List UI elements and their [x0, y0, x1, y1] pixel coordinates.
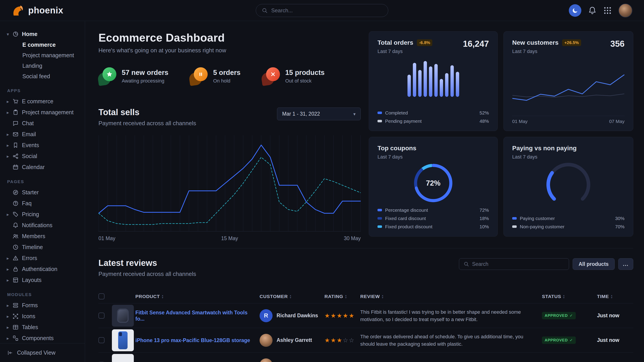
- sidebar-item-project-management[interactable]: ▸Project management: [7, 107, 81, 118]
- sidebar-item-members[interactable]: Members: [7, 231, 81, 242]
- customer-cell[interactable]: Ashley Garrett: [260, 334, 324, 347]
- sidebar-item-notifications[interactable]: Notifications: [7, 220, 81, 231]
- sidebar-item-forms[interactable]: ▸Forms: [7, 300, 81, 311]
- legend-row: Fixed product discount10%: [378, 224, 489, 230]
- total-sells-x-axis: 01 May 15 May 30 May: [98, 235, 361, 242]
- stat-title: 5 orders: [213, 69, 240, 77]
- total-sells-subtitle: Payment received across all channels: [98, 120, 196, 127]
- product-thumbnail[interactable]: [112, 305, 134, 327]
- form-icon: [12, 302, 22, 308]
- review-text: This Fitbit is fantastic! I was trying t…: [360, 308, 542, 323]
- user-avatar[interactable]: [618, 3, 632, 17]
- sidebar-item-errors[interactable]: ▸Errors: [7, 253, 81, 264]
- caret-right-icon: ▸: [7, 314, 12, 319]
- product-link[interactable]: Fitbit Sense Advanced Smartwatch with To…: [136, 310, 248, 322]
- sidebar-item-e-commerce[interactable]: E commerce: [7, 39, 81, 50]
- more-actions-button[interactable]: ...: [618, 258, 633, 270]
- notifications-button[interactable]: [588, 6, 596, 15]
- date-range-select[interactable]: Mar 1 - 31, 2022 ▾: [277, 107, 361, 120]
- customer-cell[interactable]: RRichard Dawkins: [260, 309, 324, 322]
- sidebar-item-timeline[interactable]: Timeline: [7, 242, 81, 253]
- legend-row: Paying customer30%: [512, 215, 624, 221]
- card-period: Last 7 days: [378, 48, 432, 54]
- sidebar-item-email[interactable]: ▸Email: [7, 129, 81, 140]
- reviews-toolbar: All products ...: [459, 258, 633, 270]
- check-icon: ✓: [570, 338, 573, 343]
- sidebar-item-authentication[interactable]: ▸Authentication: [7, 264, 81, 275]
- sidebar-item-pricing[interactable]: ▸Pricing: [7, 209, 81, 220]
- legend-swatch: [378, 217, 382, 220]
- caret-right-icon: ▸: [7, 132, 12, 137]
- sidebar-item-label: Chat: [22, 120, 34, 127]
- order-bar: [445, 73, 448, 97]
- sidebar-item-e-commerce[interactable]: ▸E commerce: [7, 96, 81, 107]
- status-badge: APPROVED ✓: [542, 337, 576, 344]
- review-text: The order was delivered ahead of schedul…: [360, 333, 542, 348]
- theme-toggle-button[interactable]: [569, 4, 581, 17]
- collapse-view-label: Collapsed View: [17, 350, 56, 356]
- legend-value: 18%: [480, 216, 489, 221]
- column-header-product[interactable]: PRODUCT▴▾: [136, 294, 260, 299]
- sidebar-item-label: Starter: [22, 189, 39, 196]
- paying-legend: Paying customer30%Non-paying customer70%: [512, 215, 624, 230]
- logo[interactable]: phoenix: [11, 4, 63, 17]
- apps-menu-button[interactable]: [603, 6, 612, 15]
- caret-right-icon: ▸: [7, 303, 12, 308]
- sidebar-item-layouts[interactable]: ▸Layouts: [7, 275, 81, 286]
- moon-icon: [572, 7, 578, 14]
- x-tick: 07 May: [609, 119, 624, 124]
- column-header-rating[interactable]: RATING▴▾: [324, 294, 360, 299]
- product-thumbnail[interactable]: [112, 329, 134, 351]
- chevron-down-icon: ▾: [353, 111, 356, 117]
- sidebar-item-chat[interactable]: Chat: [7, 118, 81, 129]
- sidebar-item-label: Faq: [22, 200, 32, 207]
- sidebar-item-faq[interactable]: Faq: [7, 198, 81, 209]
- bell-icon: [12, 222, 22, 228]
- sidebar-item-label: Project management: [22, 109, 74, 116]
- sidebar-item-social-feed[interactable]: Social feed: [7, 71, 81, 82]
- reviews-title: Latest reviews: [98, 258, 196, 268]
- row-checkbox[interactable]: [98, 313, 104, 319]
- order-bar: [456, 72, 459, 97]
- grid-icon: [603, 6, 612, 15]
- review-table-row: iPhone 13 pro max-Pacific Blue-128GB sto…: [98, 328, 633, 353]
- collapse-icon: [7, 350, 13, 356]
- reviews-search-input[interactable]: [472, 261, 564, 267]
- customer-avatar: [260, 359, 272, 362]
- legend-value: 70%: [615, 224, 624, 229]
- reviews-search[interactable]: [459, 258, 569, 270]
- sidebar-item-label: Members: [22, 233, 45, 240]
- lock-icon: [12, 266, 22, 272]
- x-tick: 30 May: [344, 235, 361, 242]
- collapse-view-button[interactable]: Collapsed View: [0, 343, 85, 362]
- sidebar-item-project-management[interactable]: Project management: [7, 50, 81, 61]
- global-search-input[interactable]: [271, 7, 382, 14]
- global-search[interactable]: [256, 4, 388, 17]
- product-thumbnail[interactable]: [112, 354, 134, 362]
- sidebar-item-components[interactable]: ▸Components: [7, 333, 81, 343]
- column-header-time[interactable]: TIME▴▾: [597, 294, 633, 299]
- all-products-button[interactable]: All products: [572, 258, 615, 270]
- paying-gauge-chart: [543, 161, 594, 203]
- sidebar-item-events[interactable]: ▸Events: [7, 140, 81, 151]
- change-badge: -6.8%: [417, 39, 432, 46]
- row-checkbox[interactable]: [98, 337, 104, 343]
- top-navbar: phoenix: [0, 0, 644, 21]
- sidebar-item-calendar[interactable]: Calendar: [7, 162, 81, 173]
- column-header-status[interactable]: STATUS▴▾: [542, 294, 597, 299]
- sidebar-item-landing[interactable]: Landing: [7, 61, 81, 71]
- main-content: Ecommerce Dashboard Here's what's going …: [85, 21, 644, 362]
- select-all-checkbox[interactable]: [98, 293, 104, 299]
- sidebar-item-starter[interactable]: Starter: [7, 187, 81, 198]
- sidebar-item-icons[interactable]: ▸Icons: [7, 311, 81, 322]
- sidebar-item-social[interactable]: ▸Social: [7, 151, 81, 162]
- product-link[interactable]: iPhone 13 pro max-Pacific Blue-128GB sto…: [136, 338, 257, 343]
- caret-right-icon: ▸: [7, 99, 12, 104]
- sidebar-item-home[interactable]: ▾Home: [7, 29, 81, 39]
- sidebar-section-label: APPS: [7, 88, 81, 93]
- sidebar-item-tables[interactable]: ▸Tables: [7, 322, 81, 333]
- customer-name: Richard Dawkins: [276, 313, 318, 319]
- column-header-review[interactable]: REVIEW▴▾: [360, 294, 542, 299]
- customer-cell[interactable]: [260, 359, 324, 362]
- column-header-customer[interactable]: CUSTOMER▴▾: [260, 294, 324, 299]
